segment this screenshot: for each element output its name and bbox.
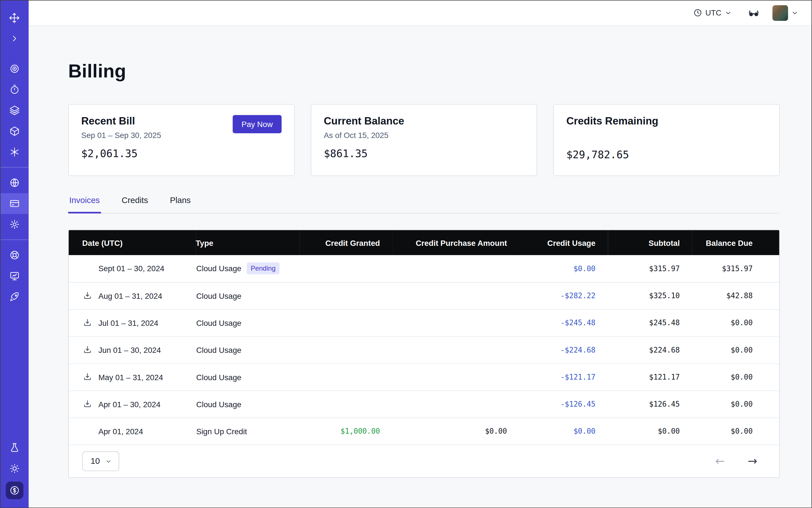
- logo-icon[interactable]: [0, 7, 29, 28]
- subtotal-value: $325.10: [608, 282, 692, 309]
- lifebuoy-icon[interactable]: [0, 245, 29, 265]
- invoice-type: Cloud Usage: [196, 318, 241, 327]
- col-date: Date (UTC): [69, 230, 196, 255]
- page-size-select[interactable]: 10: [82, 452, 119, 471]
- summary-cards: Recent Bill Sep 01 – Sep 30, 2025 $2,061…: [68, 104, 780, 176]
- balance-due-value: $0.00: [692, 390, 780, 418]
- download-icon: [83, 372, 92, 382]
- timer-icon[interactable]: [0, 79, 29, 100]
- sidebar-divider: [0, 239, 29, 240]
- page-title: Billing: [68, 60, 780, 82]
- credit-granted-value: $1,000.00: [300, 418, 392, 444]
- invoice-row: May 01 – 31, 2024 Cloud Usage -$121.17 $…: [69, 363, 780, 390]
- rocket-icon[interactable]: [0, 286, 29, 307]
- timezone-label: UTC: [705, 8, 721, 17]
- col-balance-due: Balance Due: [692, 230, 780, 255]
- credits-remaining-amount: $29,782.65: [566, 149, 767, 161]
- card-title: Current Balance: [324, 115, 524, 127]
- timezone-selector[interactable]: UTC: [689, 5, 736, 20]
- chevron-down-icon: [791, 9, 799, 16]
- target-icon[interactable]: [0, 58, 29, 79]
- download-invoice-button[interactable]: [82, 345, 92, 355]
- invoice-row: Apr 01 – 30, 2024 Cloud Usage -$126.45 $…: [69, 390, 780, 418]
- credit-purchase-value: [392, 282, 519, 309]
- credit-purchase-value: [392, 390, 519, 418]
- flask-icon[interactable]: [0, 437, 29, 458]
- topbar: UTC: [29, 0, 812, 26]
- settings-gear-icon[interactable]: [0, 214, 29, 235]
- sidebar-item-billing[interactable]: [0, 193, 29, 214]
- cube-icon[interactable]: [0, 121, 29, 142]
- balance-as-of: As of Oct 15, 2025: [324, 131, 524, 139]
- account-menu[interactable]: [768, 2, 803, 24]
- invoice-type: Cloud Usage: [196, 373, 241, 381]
- download-invoice-button[interactable]: [82, 318, 92, 328]
- download-icon: [83, 291, 92, 300]
- col-credit-purchase: Credit Purchase Amount: [392, 230, 519, 255]
- invoice-date: May 01 – 31, 2024: [98, 373, 163, 381]
- balance-due-value: $0.00: [692, 336, 780, 363]
- credit-usage-value: $0.00: [519, 418, 608, 444]
- credit-purchase-value: [392, 255, 519, 282]
- card-title: Credits Remaining: [566, 115, 767, 127]
- download-icon: [83, 345, 92, 354]
- invoice-row: Aug 01 – 31, 2024 Cloud Usage -$282.22 $…: [69, 282, 780, 309]
- invoice-table-body: Sept 01 – 30, 2024 Cloud UsagePending $0…: [69, 255, 780, 444]
- tab-invoices[interactable]: Invoices: [68, 190, 101, 213]
- avatar: [773, 5, 788, 20]
- balance-due-value: $42.88: [692, 282, 780, 309]
- credit-usage-value: $0.00: [519, 255, 608, 282]
- col-subtotal: Subtotal: [608, 230, 692, 255]
- billing-page: UTC Billing Recent Bill Sep 01 – Sep 30,…: [0, 0, 812, 508]
- layers-icon[interactable]: [0, 100, 29, 121]
- sidebar: [0, 0, 29, 508]
- invoice-row: Sept 01 – 30, 2024 Cloud UsagePending $0…: [69, 255, 780, 282]
- status-badge: Pending: [247, 262, 280, 274]
- billing-usage-button[interactable]: [0, 479, 29, 502]
- credit-purchase-value: [392, 363, 519, 390]
- credit-purchase-value: $0.00: [392, 418, 519, 444]
- subtotal-value: $315.97: [608, 255, 692, 282]
- previous-page-button[interactable]: ←: [714, 455, 726, 468]
- download-invoice-button[interactable]: [82, 399, 92, 409]
- invoice-type: Cloud Usage: [196, 345, 241, 354]
- col-credit-usage: Credit Usage: [519, 230, 608, 255]
- page-size-value: 10: [91, 457, 100, 466]
- asterisk-icon[interactable]: [0, 142, 29, 163]
- monitor-icon[interactable]: [0, 265, 29, 286]
- credit-granted-value: [300, 390, 392, 418]
- credit-purchase-value: [392, 336, 519, 363]
- subtotal-value: $121.17: [608, 363, 692, 390]
- clock-icon: [693, 8, 702, 17]
- tab-credits[interactable]: Credits: [121, 190, 149, 213]
- invoice-type: Cloud Usage: [196, 264, 241, 273]
- next-page-button[interactable]: →: [747, 455, 758, 468]
- credit-usage-value: -$224.68: [519, 336, 608, 363]
- pagination: ← →: [714, 455, 759, 468]
- invoice-type: Cloud Usage: [196, 291, 241, 300]
- table-footer: 10 ← →: [69, 444, 779, 477]
- glasses-icon[interactable]: [743, 3, 764, 22]
- col-type: Type: [196, 230, 300, 255]
- balance-due-value: $0.00: [692, 418, 780, 444]
- current-balance-amount: $861.35: [324, 147, 524, 160]
- sun-icon[interactable]: [0, 458, 29, 479]
- credit-usage-value: -$282.22: [519, 282, 608, 309]
- invoice-date: Sept 01 – 30, 2024: [98, 264, 164, 273]
- credit-granted-value: [300, 363, 392, 390]
- invoice-type: Cloud Usage: [196, 399, 241, 408]
- download-invoice-button[interactable]: [82, 372, 92, 382]
- download-invoice-button[interactable]: [82, 291, 92, 301]
- invoice-date: Jun 01 – 30, 2024: [98, 345, 161, 354]
- globe-icon[interactable]: [0, 172, 29, 193]
- invoice-row: Jul 01 – 31, 2024 Cloud Usage -$245.48 $…: [69, 309, 780, 336]
- pay-now-button[interactable]: Pay Now: [232, 115, 282, 133]
- credit-usage-value: -$126.45: [519, 390, 608, 418]
- invoice-date: Apr 01 – 30, 2024: [98, 399, 160, 408]
- recent-bill-amount: $2,061.35: [81, 147, 282, 160]
- tab-plans[interactable]: Plans: [169, 190, 192, 213]
- credits-remaining-card: Credits Remaining $29,782.65: [553, 104, 780, 176]
- balance-due-value: $0.00: [692, 309, 780, 336]
- invoice-row: Apr 01, 2024 Sign Up Credit $1,000.00 $0…: [69, 418, 780, 444]
- collapse-sidebar-chevron-icon[interactable]: [0, 28, 29, 49]
